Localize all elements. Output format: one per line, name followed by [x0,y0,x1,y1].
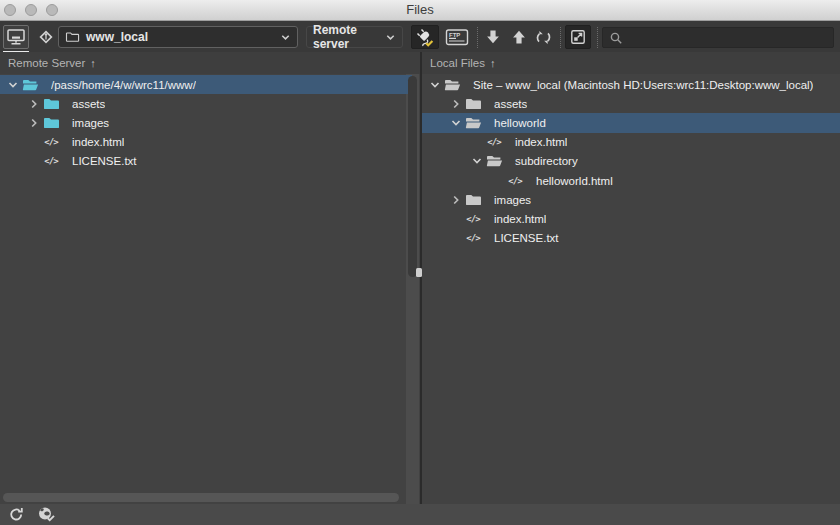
globe-check-icon [37,506,56,523]
tree-item[interactable]: </>index.html [422,133,840,152]
horizontal-scrollbar-thumb[interactable] [3,493,399,502]
sort-ascending-icon: ↑ [490,57,496,69]
titlebar: Files [0,0,840,21]
status-bar [0,504,840,525]
tree-item[interactable]: helloworld [422,113,840,132]
folder-icon [463,193,483,207]
tree-item-label: images [72,117,109,129]
tree-item[interactable]: </>index.html [0,133,420,152]
zoom-button[interactable] [46,4,58,16]
remote-server-panel: Remote Server↑ /pass/home/4/w/wrc11/www/… [0,52,420,504]
refresh-icon [535,29,552,46]
code-file-icon: </> [41,137,61,147]
chevron-right-icon[interactable] [26,98,41,110]
tree-item-label: assets [494,98,527,110]
tree-item-label: LICENSE.txt [494,232,559,244]
folder-open-icon [20,78,40,92]
tree-item[interactable]: Site – www_local (Macintosh HD:Users:wrc… [422,75,840,94]
get-files-button[interactable] [483,27,503,47]
expand-icon [570,29,586,45]
tree-item[interactable]: subdirectory [422,152,840,171]
folder-icon [41,116,61,130]
folder-open-icon [442,78,462,92]
sync-button[interactable] [533,27,554,47]
chevron-down-icon [385,32,396,43]
tree-item[interactable]: /pass/home/4/w/wrc11/www/ [0,75,412,94]
upload-arrow-icon [511,29,527,45]
tree-item-label: index.html [494,213,546,225]
minimize-button[interactable] [25,4,37,16]
view-select[interactable]: Remote server [306,26,403,48]
tree-item[interactable]: </>index.html [422,209,840,228]
content-area: Remote Server↑ /pass/home/4/w/wrc11/www/… [0,52,840,504]
window-title: Files [0,0,840,20]
tree-item-label: helloworld.html [536,175,613,187]
ftp-log-icon: FTP [445,28,469,47]
code-file-icon: </> [505,176,525,186]
tree-item-label: Site – www_local (Macintosh HD:Users:wrc… [473,79,813,91]
chevron-down-icon[interactable] [469,155,484,167]
chevron-right-icon[interactable] [448,98,463,110]
put-files-button[interactable] [509,27,529,47]
svg-text:FTP: FTP [449,31,460,37]
refresh-icon [8,506,25,523]
chevron-down-icon[interactable] [427,79,442,91]
sort-ascending-icon: ↑ [90,57,96,69]
code-file-icon: </> [41,156,61,166]
view-select-value: Remote server [313,23,385,51]
folder-icon [463,97,483,111]
local-files-header-label: Local Files [430,57,485,69]
toolbar-separator [597,27,598,48]
remote-server-header[interactable]: Remote Server↑ [0,52,420,74]
tree-item[interactable]: </>helloworld.html [422,171,840,190]
tree-item-label: assets [72,98,105,110]
folder-open-icon [484,154,504,168]
tree-item-label: index.html [515,136,567,148]
chevron-down-icon[interactable] [5,79,20,91]
chevron-down-icon[interactable] [448,117,463,129]
tree-item-label: LICENSE.txt [72,155,137,167]
monitor-icon [6,28,26,46]
search-input[interactable] [602,27,834,48]
site-select-value: www_local [86,30,280,44]
preview-in-browser-button[interactable] [37,506,56,523]
folder-icon [65,31,80,43]
chevron-right-icon[interactable] [448,194,463,206]
tree-item-label: helloworld [494,117,546,129]
panel-divider-grip[interactable] [416,268,422,277]
folder-icon [41,97,61,111]
tree-item[interactable]: images [0,113,420,132]
chevron-right-icon[interactable] [26,117,41,129]
tree-item[interactable]: </>LICENSE.txt [0,152,420,171]
files-panel-window: Files www_local [0,0,840,525]
vertical-scrollbar-thumb[interactable] [408,76,417,277]
local-files-panel: Local Files↑ Site – www_local (Macintosh… [422,52,840,504]
tree-item[interactable]: assets [0,94,420,113]
remote-file-tree: /pass/home/4/w/wrc11/www/assetsimages</>… [0,74,420,504]
local-files-header[interactable]: Local Files↑ [422,52,840,74]
code-file-icon: </> [484,137,504,147]
server-view-button[interactable] [3,25,29,49]
plug-connected-icon [415,27,436,48]
expand-panel-button[interactable] [565,25,591,49]
toolbar: www_local Remote server FTP [0,21,840,52]
site-select[interactable]: www_local [58,26,298,48]
tree-item[interactable]: images [422,190,840,209]
git-icon [36,27,56,47]
chevron-down-icon [280,32,291,43]
folder-open-icon [463,116,483,130]
toolbar-separator [560,27,561,48]
refresh-button[interactable] [8,506,25,523]
connect-button[interactable] [411,25,439,49]
close-button[interactable] [4,4,16,16]
ftp-log-button[interactable]: FTP [444,27,470,47]
tree-item-label: /pass/home/4/w/wrc11/www/ [51,79,196,91]
search-icon [609,31,623,45]
tree-item[interactable]: assets [422,94,840,113]
git-button[interactable] [34,26,58,48]
toolbar-separator [477,27,478,48]
tree-item[interactable]: </>LICENSE.txt [422,229,840,248]
tree-item-label: images [494,194,531,206]
remote-server-header-label: Remote Server [8,57,85,69]
download-arrow-icon [485,29,501,45]
